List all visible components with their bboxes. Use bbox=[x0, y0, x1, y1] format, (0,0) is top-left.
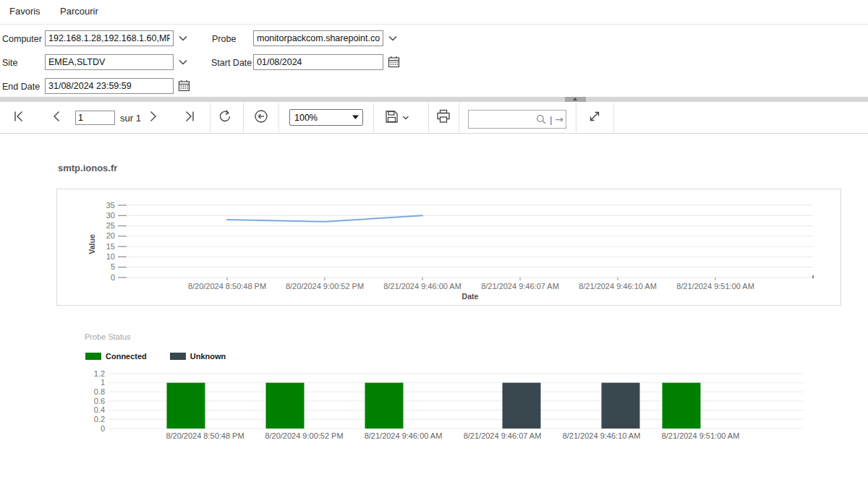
chevron-down-icon bbox=[402, 112, 409, 123]
svg-text:8/20/2024 8:50:48 PM: 8/20/2024 8:50:48 PM bbox=[188, 282, 266, 290]
site-field[interactable] bbox=[45, 54, 174, 70]
value-line-chart: 051015202530358/20/2024 8:50:48 PM8/20/2… bbox=[56, 189, 841, 306]
toolbar-separator bbox=[210, 103, 210, 133]
computer-label: Computer bbox=[2, 34, 42, 44]
arrow-right-icon: → bbox=[555, 114, 563, 124]
search-icon bbox=[536, 114, 547, 125]
toolbar-separator bbox=[373, 103, 374, 133]
site-dropdown-button[interactable] bbox=[178, 58, 188, 66]
tab-parcourir[interactable]: Parcourir bbox=[60, 6, 98, 17]
app-window: Favoris Parcourir Computer Probe Site St… bbox=[0, 0, 868, 495]
svg-text:25: 25 bbox=[106, 221, 115, 230]
svg-text:8/20/2024 8:50:48 PM: 8/20/2024 8:50:48 PM bbox=[166, 431, 244, 440]
svg-text:0.4: 0.4 bbox=[94, 405, 105, 414]
svg-text:0: 0 bbox=[101, 424, 105, 433]
last-page-button[interactable] bbox=[179, 102, 200, 133]
start-date-field[interactable] bbox=[253, 54, 383, 70]
computer-field[interactable] bbox=[45, 30, 174, 46]
chevron-left-icon bbox=[51, 110, 61, 125]
print-button[interactable] bbox=[433, 102, 454, 133]
svg-text:8/21/2024 9:51:00 AM: 8/21/2024 9:51:00 AM bbox=[676, 282, 754, 290]
end-date-calendar-button[interactable] bbox=[178, 79, 190, 92]
probe-dropdown-button[interactable] bbox=[388, 34, 398, 43]
svg-text:8/21/2024 9:46:00 AM: 8/21/2024 9:46:00 AM bbox=[383, 282, 461, 290]
find-button[interactable] bbox=[534, 114, 549, 125]
svg-text:10: 10 bbox=[106, 252, 115, 261]
svg-text:8/20/2024 9:00:52 PM: 8/20/2024 9:00:52 PM bbox=[265, 431, 343, 440]
value-line-chart-canvas: 051015202530358/20/2024 8:50:48 PM8/20/2… bbox=[57, 189, 841, 305]
svg-text:8/21/2024 9:51:00 AM: 8/21/2024 9:51:00 AM bbox=[662, 431, 740, 440]
back-arrow-icon bbox=[254, 109, 268, 126]
probe-label: Probe bbox=[212, 34, 236, 44]
probe-status-legend: Connected Unknown bbox=[85, 352, 226, 361]
toolbar-separator bbox=[459, 103, 459, 133]
svg-text:15: 15 bbox=[106, 242, 115, 251]
svg-text:8/21/2024 9:46:10 AM: 8/21/2024 9:46:10 AM bbox=[579, 282, 657, 290]
printer-icon bbox=[436, 109, 451, 126]
probe-field[interactable] bbox=[253, 30, 383, 46]
legend-label-connected: Connected bbox=[106, 352, 147, 361]
svg-text:8/21/2024 9:46:10 AM: 8/21/2024 9:46:10 AM bbox=[563, 431, 641, 440]
first-page-icon bbox=[12, 110, 25, 125]
svg-text:8/21/2024 9:46:00 AM: 8/21/2024 9:46:00 AM bbox=[365, 431, 443, 440]
menu-bar: Favoris Parcourir bbox=[0, 0, 868, 25]
svg-text:8/20/2024 9:00:52 PM: 8/20/2024 9:00:52 PM bbox=[286, 282, 364, 290]
toolbar-separator bbox=[613, 103, 614, 133]
tab-favoris[interactable]: Favoris bbox=[9, 6, 41, 17]
start-date-label: Start Date bbox=[211, 58, 252, 68]
calendar-icon bbox=[388, 59, 400, 70]
document-search-box: | → bbox=[468, 110, 566, 129]
svg-text:20: 20 bbox=[106, 231, 115, 240]
calendar-icon bbox=[178, 83, 190, 94]
splitter-bar[interactable] bbox=[0, 97, 868, 102]
save-icon bbox=[385, 110, 399, 126]
search-input[interactable] bbox=[469, 114, 534, 124]
fullscreen-toggle-button[interactable] bbox=[583, 102, 606, 133]
first-page-button[interactable] bbox=[9, 102, 29, 133]
page-number-input[interactable] bbox=[75, 111, 115, 125]
svg-text:1: 1 bbox=[101, 378, 105, 387]
probe-status-bar-chart-canvas: 00.20.40.60.811.28/20/2024 8:50:48 PM8/2… bbox=[72, 369, 825, 444]
chevron-down-icon bbox=[388, 34, 398, 45]
svg-text:0.2: 0.2 bbox=[94, 415, 105, 423]
toolbar-separator bbox=[278, 103, 279, 133]
chevron-down-icon bbox=[178, 34, 188, 45]
toolbar-separator bbox=[243, 103, 244, 133]
svg-text:0: 0 bbox=[111, 273, 115, 282]
svg-text:0.6: 0.6 bbox=[94, 397, 105, 405]
legend-label-unknown: Unknown bbox=[190, 352, 226, 361]
svg-text:1.2: 1.2 bbox=[94, 369, 105, 378]
previous-page-button[interactable] bbox=[46, 102, 67, 133]
toolbar-separator bbox=[428, 103, 429, 133]
svg-text:0.8: 0.8 bbox=[94, 387, 105, 396]
end-date-field[interactable] bbox=[45, 78, 174, 94]
refresh-icon bbox=[218, 109, 232, 126]
legend-swatch-connected bbox=[85, 353, 101, 360]
svg-text:8/21/2024 9:46:07 AM: 8/21/2024 9:46:07 AM bbox=[481, 282, 559, 290]
computer-dropdown-button[interactable] bbox=[178, 34, 188, 43]
zoom-select[interactable]: 100% bbox=[289, 109, 363, 126]
next-page-button[interactable] bbox=[143, 102, 163, 133]
legend-swatch-unknown bbox=[170, 353, 186, 360]
page-count-label: sur 1 bbox=[120, 113, 141, 124]
svg-text:Date: Date bbox=[462, 292, 479, 301]
start-date-calendar-button[interactable] bbox=[388, 56, 400, 68]
report-toolbar: sur 1 bbox=[0, 102, 868, 134]
svg-text:30: 30 bbox=[106, 211, 115, 220]
end-date-label: End Date bbox=[2, 82, 40, 92]
chevron-down-icon bbox=[178, 58, 188, 69]
probe-status-bar-chart: 00.20.40.60.811.28/20/2024 8:50:48 PM8/2… bbox=[72, 369, 825, 444]
report-title: smtp.ionos.fr bbox=[58, 163, 117, 173]
chevron-right-icon bbox=[148, 110, 158, 125]
expand-diagonal-icon bbox=[588, 110, 601, 125]
toolbar-separator bbox=[576, 103, 576, 133]
find-next-button[interactable]: → bbox=[553, 114, 566, 124]
splitter-collapse-handle[interactable] bbox=[565, 97, 586, 102]
site-label: Site bbox=[2, 58, 18, 68]
probe-status-chart-title: Probe Status bbox=[85, 332, 131, 341]
back-to-parent-button[interactable] bbox=[250, 102, 272, 133]
svg-text:Value: Value bbox=[88, 234, 96, 254]
refresh-button[interactable] bbox=[214, 102, 236, 133]
last-page-icon bbox=[183, 110, 196, 125]
save-export-button[interactable] bbox=[380, 102, 414, 133]
